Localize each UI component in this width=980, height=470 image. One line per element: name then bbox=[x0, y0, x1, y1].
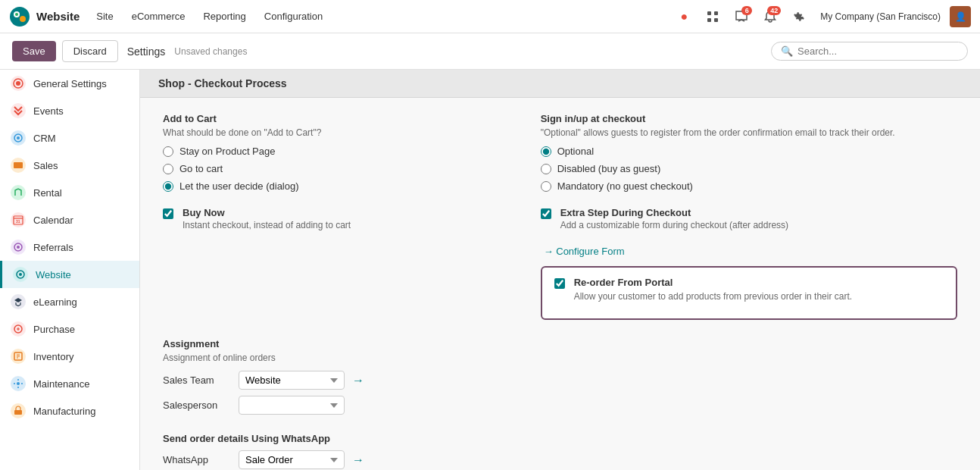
sidebar-item-inventory[interactable]: Inventory bbox=[0, 343, 139, 370]
sidebar-label-calendar: Calendar bbox=[33, 215, 73, 226]
radio-go-label: Go to cart bbox=[179, 163, 223, 174]
radio-mandatory-label: Mandatory (no guest checkout) bbox=[557, 180, 693, 192]
radio-stay-input[interactable] bbox=[163, 146, 173, 157]
notifications-btn[interactable]: 42 bbox=[758, 5, 782, 29]
radio-optional-label: Optional bbox=[557, 146, 594, 157]
sidebar-item-sales[interactable]: Sales bbox=[0, 152, 139, 179]
sidebar-item-purchase[interactable]: Purchase bbox=[0, 315, 139, 343]
sidebar-icon-elearning bbox=[11, 294, 26, 309]
sign-in-options: Optional Disabled (buy as guest) Mandato… bbox=[541, 146, 957, 192]
extra-step-checkbox[interactable] bbox=[541, 208, 551, 219]
radio-optional[interactable]: Optional bbox=[541, 146, 957, 157]
salesperson-select[interactable] bbox=[239, 396, 345, 415]
radio-go-to-cart[interactable]: Go to cart bbox=[163, 163, 510, 174]
sidebar-label-purchase: Purchase bbox=[33, 324, 75, 335]
sales-team-row: Sales Team Website → bbox=[163, 371, 510, 390]
sidebar-item-website[interactable]: Website bbox=[0, 261, 139, 288]
grid-icon-btn[interactable] bbox=[701, 5, 725, 29]
svg-point-17 bbox=[17, 246, 20, 249]
messages-btn[interactable]: 6 bbox=[729, 5, 754, 29]
logo bbox=[9, 6, 30, 27]
sidebar-item-rental[interactable]: Rental bbox=[0, 179, 139, 206]
radio-mandatory-input[interactable] bbox=[541, 181, 551, 192]
settings-gear-btn[interactable] bbox=[787, 5, 811, 29]
col-assignment: Assignment Assignment of online orders S… bbox=[163, 338, 510, 421]
radio-disabled-input[interactable] bbox=[541, 164, 551, 174]
nav-item-site[interactable]: Site bbox=[89, 6, 120, 27]
svg-rect-23 bbox=[14, 410, 22, 415]
sidebar-item-crm[interactable]: CRM bbox=[0, 124, 139, 152]
sidebar-item-events[interactable]: Events bbox=[0, 97, 139, 124]
sidebar-item-general-settings[interactable]: General Settings bbox=[0, 70, 139, 97]
radio-let-user-decide[interactable]: Let the user decide (dialog) bbox=[163, 180, 510, 192]
assignment-desc: Assignment of online orders bbox=[163, 352, 510, 363]
sidebar-item-elearning[interactable]: eLearning bbox=[0, 288, 139, 315]
sidebar-item-calendar[interactable]: 31 Calendar bbox=[0, 206, 139, 233]
radio-decide-input[interactable] bbox=[163, 181, 173, 192]
svg-point-0 bbox=[10, 7, 30, 27]
sales-team-arrow[interactable]: → bbox=[352, 374, 364, 387]
section-row-1: Add to Cart What should be done on "Add … bbox=[163, 113, 957, 320]
sidebar-label-elearning: eLearning bbox=[33, 296, 77, 308]
salesperson-row: Salesperson bbox=[163, 396, 510, 415]
reorder-checkbox[interactable] bbox=[554, 278, 565, 289]
buy-now-content: Buy Now Instant checkout, instead of add… bbox=[183, 207, 351, 230]
whatsapp-arrow[interactable]: → bbox=[352, 453, 364, 467]
radio-disabled[interactable]: Disabled (buy as guest) bbox=[541, 163, 957, 174]
radio-go-input[interactable] bbox=[163, 164, 173, 174]
notifications-badge: 42 bbox=[767, 6, 781, 15]
sidebar-icon-calendar: 31 bbox=[11, 212, 26, 227]
reorder-highlighted-box: Re-order From Portal Allow your customer… bbox=[541, 266, 957, 320]
content-header: Shop - Checkout Process bbox=[140, 70, 980, 98]
col-sign-in: Sign in/up at checkout "Optional" allows… bbox=[541, 113, 957, 320]
buy-now-desc: Instant checkout, instead of adding to c… bbox=[183, 220, 351, 230]
add-to-cart-desc: What should be done on "Add to Cart"? bbox=[163, 127, 510, 138]
section-row-2: Assignment Assignment of online orders S… bbox=[163, 338, 957, 421]
svg-point-2 bbox=[20, 16, 26, 22]
sidebar-label-referrals: Referrals bbox=[33, 242, 73, 253]
nav-item-ecommerce[interactable]: eCommerce bbox=[124, 6, 193, 27]
sidebar-label-sales: Sales bbox=[33, 160, 58, 171]
svg-point-22 bbox=[17, 382, 20, 385]
sidebar-item-manufacturing[interactable]: Manufacturing bbox=[0, 397, 139, 425]
reorder-section: Re-order From Portal Allow your customer… bbox=[541, 266, 957, 320]
search-input[interactable] bbox=[797, 45, 958, 57]
sidebar-icon-referrals bbox=[11, 240, 26, 255]
search-box[interactable]: 🔍 bbox=[771, 42, 968, 61]
col-whatsapp bbox=[541, 338, 957, 421]
sidebar-icon-purchase bbox=[11, 321, 26, 337]
discard-button[interactable]: Discard bbox=[62, 40, 118, 62]
radio-stay-on-page[interactable]: Stay on Product Page bbox=[163, 146, 510, 157]
extra-step-desc: Add a customizable form during checkout … bbox=[560, 220, 788, 230]
sidebar-icon-rental bbox=[11, 185, 26, 200]
sidebar-label-inventory: Inventory bbox=[33, 351, 73, 362]
sidebar-icon-crm bbox=[11, 130, 26, 146]
svg-point-19 bbox=[19, 273, 22, 276]
search-icon: 🔍 bbox=[781, 45, 793, 57]
messages-badge: 6 bbox=[741, 6, 752, 15]
svg-point-11 bbox=[17, 136, 20, 139]
save-button[interactable]: Save bbox=[12, 41, 56, 61]
record-button[interactable]: ● bbox=[672, 5, 696, 29]
svg-rect-7 bbox=[714, 18, 718, 22]
radio-mandatory[interactable]: Mandatory (no guest checkout) bbox=[541, 180, 957, 192]
user-avatar[interactable]: 👤 bbox=[950, 6, 971, 27]
sidebar-item-maintenance[interactable]: Maintenance bbox=[0, 370, 139, 397]
nav-item-reporting[interactable]: Reporting bbox=[195, 6, 253, 27]
reorder-desc: Allow your customer to add products from… bbox=[574, 291, 853, 302]
sidebar-label-general: General Settings bbox=[33, 78, 107, 89]
add-to-cart-options: Stay on Product Page Go to cart Let the … bbox=[163, 146, 510, 192]
sales-team-label: Sales Team bbox=[163, 374, 231, 386]
sidebar-icon-manufacturing bbox=[11, 403, 26, 418]
whatsapp-select[interactable]: Sale Order bbox=[239, 450, 345, 469]
nav-item-configuration[interactable]: Configuration bbox=[257, 6, 330, 27]
buy-now-checkbox[interactable] bbox=[163, 208, 173, 219]
sales-team-select[interactable]: Website bbox=[239, 371, 345, 390]
settings-body: Add to Cart What should be done on "Add … bbox=[140, 98, 980, 470]
radio-optional-input[interactable] bbox=[541, 146, 551, 157]
configure-form-link[interactable]: → Configure Form bbox=[544, 246, 625, 257]
sidebar-icon-inventory bbox=[11, 349, 26, 364]
svg-rect-4 bbox=[707, 11, 711, 15]
extra-step-content: Extra Step During Checkout Add a customi… bbox=[560, 207, 788, 230]
sidebar-item-referrals[interactable]: Referrals bbox=[0, 233, 139, 261]
